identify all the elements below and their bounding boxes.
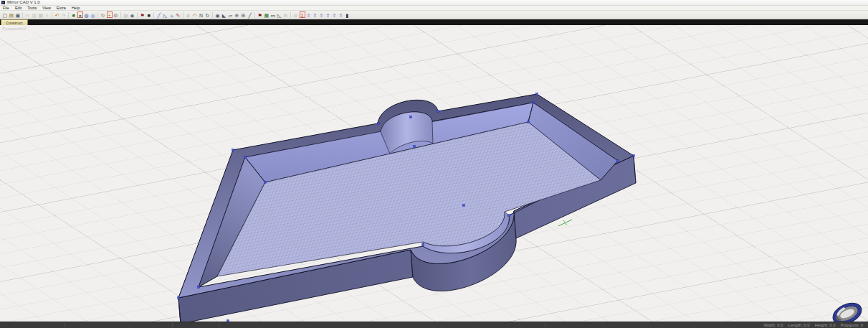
control-point[interactable]	[232, 149, 234, 151]
box-solid-tool[interactable]: ■	[71, 11, 77, 18]
control-point[interactable]	[437, 111, 439, 113]
menu-tools[interactable]: Tools	[24, 6, 39, 10]
redo-button: ↷	[61, 11, 67, 18]
control-point[interactable]	[422, 244, 424, 246]
menu-file[interactable]: File	[0, 6, 12, 10]
control-point[interactable]	[463, 205, 465, 207]
solid-view-toggle[interactable]: ▮	[345, 11, 350, 18]
line-tool[interactable]: ╱	[156, 11, 162, 18]
origin-marker	[558, 220, 572, 226]
revolve-tool[interactable]: ↻	[205, 11, 211, 18]
array-tool: ⊞	[283, 11, 289, 18]
control-point[interactable]	[633, 155, 635, 157]
status-length: Length: 0.0	[788, 322, 810, 328]
anchor-tool[interactable]: ⊕	[234, 11, 240, 18]
title-bar: Mirror CAD V 1.0	[0, 0, 868, 6]
arc-tool[interactable]: ◠	[192, 11, 198, 18]
circle-tool[interactable]: ○	[186, 11, 191, 18]
delete-button: ×	[44, 11, 50, 18]
viewport[interactable]: Perspective	[0, 25, 868, 322]
curve-tool[interactable]: N	[199, 11, 204, 18]
torus-tool[interactable]: ◎	[90, 11, 96, 18]
nav-orbit-widget[interactable]	[830, 299, 865, 322]
zoom-view-tool[interactable]: ⊙	[113, 11, 119, 18]
open-folder-button[interactable]: ▤	[9, 11, 14, 18]
model-tray[interactable]	[178, 94, 636, 322]
control-point[interactable]	[536, 93, 538, 95]
disabled-mode-tool: ⊘	[293, 11, 299, 18]
slice-tool[interactable]: ╱	[247, 11, 253, 18]
status-height: Height: 0.0	[815, 322, 836, 328]
status-separator	[65, 323, 65, 327]
extrude-up-tool-1[interactable]: ⇧	[306, 11, 312, 18]
menu-bar: FileEditToolsViewExtraHelp	[0, 6, 868, 11]
toolbar-separator	[153, 12, 154, 18]
control-point[interactable]	[410, 116, 412, 118]
toolbar-separator	[22, 12, 23, 18]
cylinder-tool[interactable]: ◍	[84, 11, 90, 18]
copy-button: ▥	[32, 11, 37, 18]
control-point[interactable]	[528, 121, 530, 123]
extrude-up-tool-3[interactable]: ⇧	[319, 11, 325, 18]
control-point[interactable]	[178, 297, 180, 299]
flag-marker-tool[interactable]: ⚑	[140, 11, 146, 18]
layer-1-button[interactable]: 1	[300, 11, 305, 18]
control-point[interactable]	[533, 102, 535, 104]
menu-help[interactable]: Help	[69, 6, 82, 10]
solid-fill-tool[interactable]: ■	[146, 11, 152, 18]
wedge-tool[interactable]: ◺	[277, 11, 282, 18]
polyline-tool[interactable]: ▵	[169, 11, 175, 18]
menu-edit[interactable]: Edit	[12, 6, 24, 10]
control-point[interactable]	[617, 160, 619, 162]
status-width: Width: 0.0	[764, 322, 783, 328]
snap-point-tool[interactable]: ◇	[123, 11, 129, 18]
mirror-tool[interactable]: ⊞	[241, 11, 247, 18]
menu-extra[interactable]: Extra	[54, 6, 69, 10]
control-point[interactable]	[414, 146, 416, 148]
window-title: Mirror CAD V 1.0	[7, 0, 40, 5]
toolbar-separator	[97, 12, 98, 18]
edit-points-tool[interactable]: +	[107, 11, 113, 18]
control-point[interactable]	[264, 182, 267, 184]
control-point[interactable]	[227, 320, 229, 322]
chamfer-tool[interactable]: ◣	[221, 11, 227, 18]
paint-flag-tool[interactable]: ⚑	[257, 11, 263, 18]
save-file-button[interactable]: ▣	[15, 11, 21, 18]
new-file-button[interactable]: ▢	[2, 11, 8, 18]
pen-tool[interactable]: ✎	[176, 11, 181, 18]
undo-button[interactable]: ↶	[54, 11, 60, 18]
orbit-view-tool[interactable]: ↻	[100, 11, 106, 18]
sphere-tool[interactable]: ●	[77, 11, 83, 18]
extrude-up-tool-5[interactable]: ⇧	[332, 11, 338, 18]
toolbar-separator	[120, 12, 121, 18]
toolbar-separator	[52, 12, 52, 18]
app-icon	[1, 1, 5, 4]
status-bar: Width: 0.0Length: 0.0Height: 0.0Polygons…	[0, 322, 868, 328]
status-separator	[545, 323, 545, 327]
mesh-box-tool[interactable]: ▦	[264, 11, 270, 18]
toolbar-separator	[212, 12, 213, 18]
toolbar-separator	[290, 12, 291, 18]
control-point[interactable]	[198, 286, 200, 289]
extrude-up-tool-2[interactable]: ⇧	[313, 11, 318, 18]
tab-construct[interactable]: Construct	[1, 19, 28, 25]
extrude-up-tool-4[interactable]: ⇧	[325, 11, 331, 18]
triangle-tool[interactable]: ◺	[163, 11, 168, 18]
snap-grid-tool[interactable]: ◆	[130, 11, 135, 18]
control-point[interactable]	[508, 215, 510, 217]
plane-tool[interactable]: ▱	[228, 11, 234, 18]
control-point[interactable]	[244, 156, 247, 159]
toolbar-separator	[183, 12, 183, 18]
target-point-tool[interactable]: ◉	[215, 11, 221, 18]
menu-view[interactable]: View	[39, 6, 54, 10]
status-polygons: Polygons: 0	[841, 322, 863, 328]
toolbar: ▢▤▣✂▥▦×↶↷■●◍◎↻+⊙◇◆⚑■╱◺▵✎○◠N↻◉◣▱⊕⊞╱⚑▦▭◺⊞⊘…	[0, 11, 868, 19]
toolbar-separator	[137, 12, 138, 18]
app-window: Mirror CAD V 1.0 FileEditToolsViewExtraH…	[0, 0, 868, 328]
rect-tool[interactable]: ▭	[270, 11, 276, 18]
status-fields: Width: 0.0Length: 0.0Height: 0.0Polygons…	[764, 322, 868, 328]
extrude-up-tool-6[interactable]: ⇧	[338, 11, 344, 18]
viewport-3d-canvas[interactable]	[0, 25, 868, 322]
paste-button: ▦	[38, 11, 44, 18]
control-point[interactable]	[378, 123, 380, 125]
